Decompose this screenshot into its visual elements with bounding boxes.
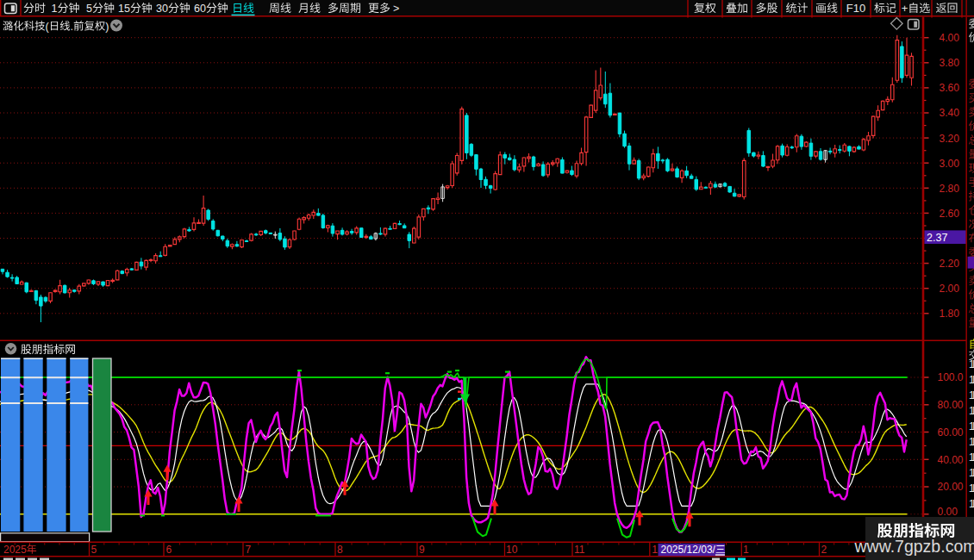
svg-text:.: . xyxy=(71,21,74,33)
svg-text:8: 8 xyxy=(337,544,343,556)
svg-text:15: 15 xyxy=(118,3,130,15)
svg-text:5: 5 xyxy=(91,544,97,556)
svg-text:100.0: 100.0 xyxy=(938,371,964,383)
svg-text:4.00: 4.00 xyxy=(940,32,960,44)
svg-text:3.80: 3.80 xyxy=(940,57,960,69)
svg-text:2: 2 xyxy=(821,544,827,556)
svg-text:9: 9 xyxy=(419,544,425,556)
svg-text:3.60: 3.60 xyxy=(940,82,960,94)
svg-text:2025/12/03/: 2025/12/03/ xyxy=(661,544,716,556)
svg-text:60: 60 xyxy=(194,3,206,15)
svg-text:1: 1 xyxy=(969,358,974,370)
svg-text:1: 1 xyxy=(969,405,974,417)
svg-text:5: 5 xyxy=(86,3,92,15)
svg-text:2.00: 2.00 xyxy=(940,283,960,295)
svg-text:1: 1 xyxy=(969,482,974,495)
svg-text:1: 1 xyxy=(969,436,974,448)
svg-text:6: 6 xyxy=(166,544,172,556)
svg-text:3.00: 3.00 xyxy=(940,158,960,170)
svg-text:30: 30 xyxy=(156,3,168,15)
svg-text:80.00: 80.00 xyxy=(938,399,964,411)
svg-text:1: 1 xyxy=(969,420,974,432)
svg-text:0.00: 0.00 xyxy=(938,506,958,518)
svg-text:>: > xyxy=(393,3,399,15)
svg-text:7: 7 xyxy=(246,544,252,556)
svg-text:10: 10 xyxy=(506,544,518,556)
svg-text:+: + xyxy=(902,2,908,15)
svg-text:1: 1 xyxy=(969,498,974,510)
svg-text:www.7gpzb.com: www.7gpzb.com xyxy=(854,537,974,556)
svg-text:1.80: 1.80 xyxy=(940,308,960,320)
svg-text:3.40: 3.40 xyxy=(940,107,960,119)
svg-text:1: 1 xyxy=(969,374,974,386)
svg-text:20.00: 20.00 xyxy=(938,481,964,493)
svg-text:1: 1 xyxy=(652,544,658,556)
svg-text:2.60: 2.60 xyxy=(940,208,960,220)
svg-text:1: 1 xyxy=(969,467,974,479)
svg-text:60.00: 60.00 xyxy=(938,426,964,439)
svg-text:3.20: 3.20 xyxy=(940,133,960,145)
svg-text:11: 11 xyxy=(574,544,585,556)
svg-text:2025: 2025 xyxy=(3,544,27,556)
svg-text:1: 1 xyxy=(52,3,58,15)
svg-text:2.20: 2.20 xyxy=(940,258,960,270)
svg-text:40.00: 40.00 xyxy=(938,454,964,466)
svg-text:): ) xyxy=(105,21,109,33)
svg-text:2.80: 2.80 xyxy=(940,183,960,195)
svg-text:2.37: 2.37 xyxy=(927,232,947,244)
svg-text:1: 1 xyxy=(969,451,974,464)
svg-text:1: 1 xyxy=(743,544,749,556)
svg-text:F10: F10 xyxy=(846,2,865,15)
svg-text:1: 1 xyxy=(969,389,974,401)
